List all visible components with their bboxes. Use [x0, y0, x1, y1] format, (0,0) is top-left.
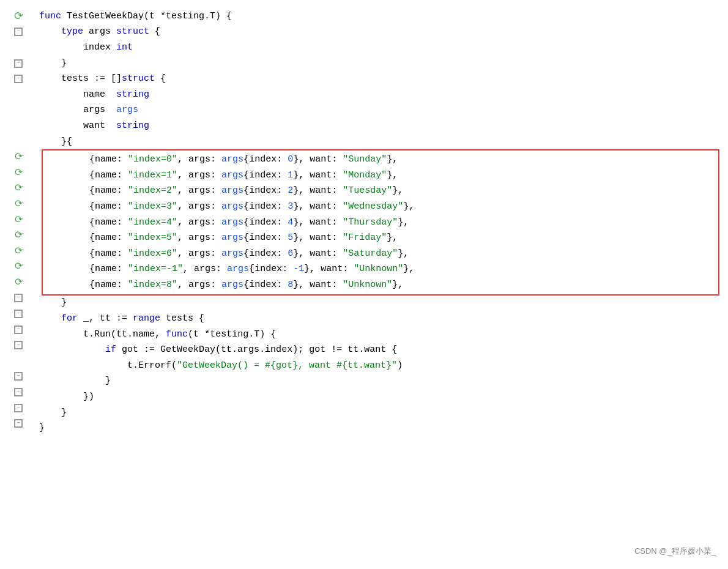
args-ref-11: args — [221, 168, 243, 183]
label-name-13: name: — [95, 199, 128, 214]
label-want-16: want: — [310, 247, 343, 261]
fold-2[interactable]: − — [14, 28, 23, 36]
brace-close-26: } — [61, 406, 67, 420]
str-index3: "index=3" — [128, 199, 177, 214]
fold-20[interactable]: − — [14, 310, 23, 318]
brace-open-5: { — [160, 72, 166, 86]
gutter-5[interactable]: − — [0, 71, 37, 87]
code-line-19: } — [37, 296, 722, 311]
end-13: }, — [403, 199, 414, 214]
fold-24[interactable]: − — [14, 372, 23, 381]
close-args-16: }, — [293, 247, 310, 261]
fold-27[interactable]: − — [14, 419, 23, 428]
code-line-20: for _, tt := range tests { — [37, 311, 722, 327]
var-tests: tests — [61, 72, 94, 86]
indent-7 — [39, 103, 83, 117]
gutter-11[interactable]: ⟳ — [0, 165, 37, 181]
gutter-21: − — [0, 322, 37, 338]
indent-14 — [45, 215, 89, 230]
code-line-1: func TestGetWeekDay(t *testing.T) { — [37, 9, 722, 24]
num-0: 0 — [288, 152, 293, 167]
str-friday: "Friday" — [343, 231, 387, 245]
paren-21c: ) { — [259, 327, 276, 342]
indent-22 — [39, 343, 105, 357]
gutter-8 — [0, 118, 37, 134]
indent-3 — [39, 40, 83, 55]
args-ref-17: args — [227, 262, 249, 277]
keyword-type: type — [61, 24, 89, 39]
comma-14a: , — [177, 215, 188, 230]
fold-19[interactable]: − — [14, 294, 23, 302]
testing-t: testing.T — [166, 9, 215, 24]
paren-22b: ); — [292, 343, 309, 357]
func-name: TestGetWeekDay — [67, 9, 144, 24]
code-line-10: {name: "index=0", args: args{index: 0}, … — [43, 152, 718, 168]
run-icon-10[interactable]: ⟳ — [15, 152, 23, 162]
gutter: ⟳ − − − ⟳ ⟳ ⟳ ⟳ — [0, 6, 37, 563]
gutter-12[interactable]: ⟳ — [0, 181, 37, 197]
brace-16: { — [89, 247, 95, 261]
run-icon-11[interactable]: ⟳ — [15, 168, 23, 178]
gutter-15[interactable]: ⟳ — [0, 228, 37, 244]
label-name-14: name: — [95, 215, 128, 230]
end-17: }, — [403, 262, 414, 277]
brace-close-27: } — [39, 421, 45, 436]
gutter-10[interactable]: ⟳ — [0, 149, 37, 165]
fold-21[interactable]: − — [14, 325, 23, 334]
close-open-9: }{ — [61, 135, 72, 149]
label-args-14: args: — [188, 215, 221, 230]
type-args-ref: args — [116, 103, 138, 117]
indent-8 — [39, 119, 83, 133]
str-sunday: "Sunday" — [343, 152, 387, 167]
label-want-10: want: — [310, 152, 343, 167]
gutter-16[interactable]: ⟳ — [0, 244, 37, 259]
keyword-func2: func — [166, 327, 188, 342]
gutter-1[interactable]: ⟳ — [0, 9, 37, 24]
gutter-13[interactable]: ⟳ — [0, 196, 37, 212]
fold-4[interactable]: − — [14, 59, 23, 68]
num-5: 5 — [288, 231, 293, 245]
run-icon-18[interactable]: ⟳ — [15, 278, 23, 288]
gutter-25: − — [0, 384, 37, 400]
label-name-17: name: — [95, 262, 128, 277]
indent-19 — [39, 296, 61, 310]
code-line-16: {name: "index=6", args: args{index: 6}, … — [43, 246, 718, 262]
run-icon-15[interactable]: ⟳ — [15, 231, 23, 240]
indent-5 — [39, 72, 61, 86]
gutter-14[interactable]: ⟳ — [0, 212, 37, 228]
code-line-12: {name: "index=2", args: args{index: 2}, … — [43, 184, 718, 199]
run-icon-17[interactable]: ⟳ — [15, 262, 23, 272]
got-ref: got — [309, 343, 331, 357]
var-tt: tt — [100, 311, 116, 326]
comma-16a: , — [177, 247, 188, 261]
num-1: 1 — [288, 168, 293, 183]
code-line-2: type args struct { — [37, 24, 722, 40]
gutter-17[interactable]: ⟳ — [0, 259, 37, 275]
run-icon-16[interactable]: ⟳ — [15, 247, 23, 256]
test-cases-block: {name: "index=0", args: args{index: 0}, … — [42, 149, 719, 295]
gutter-18[interactable]: ⟳ — [0, 275, 37, 291]
brace-18: { — [89, 278, 95, 292]
run-icon-13[interactable]: ⟳ — [15, 199, 23, 209]
run-icon-12[interactable]: ⟳ — [15, 184, 23, 193]
run-icon-1[interactable]: ⟳ — [14, 11, 23, 22]
label-want-18: want: — [310, 278, 343, 292]
num-4: 4 — [288, 215, 293, 230]
fold-26[interactable]: − — [14, 404, 23, 412]
run-icon-14[interactable]: ⟳ — [15, 215, 23, 225]
assign-op: := — [94, 72, 111, 86]
str-wednesday: "Wednesday" — [343, 199, 403, 214]
indent-10 — [45, 152, 89, 167]
close-args-15: }, — [293, 231, 310, 245]
code-line-4: } — [37, 56, 722, 72]
fold-5[interactable]: − — [14, 75, 23, 83]
testing-t2: testing.T — [210, 327, 259, 342]
fold-22[interactable]: − — [14, 341, 23, 349]
brace-args-16: { — [243, 247, 249, 261]
indent-12 — [45, 184, 89, 198]
str-tuesday: "Tuesday" — [343, 184, 392, 198]
fold-25[interactable]: − — [14, 388, 23, 396]
num-6: 6 — [288, 247, 293, 261]
label-args-17: args: — [194, 262, 227, 277]
keyword-struct: struct — [116, 24, 155, 39]
